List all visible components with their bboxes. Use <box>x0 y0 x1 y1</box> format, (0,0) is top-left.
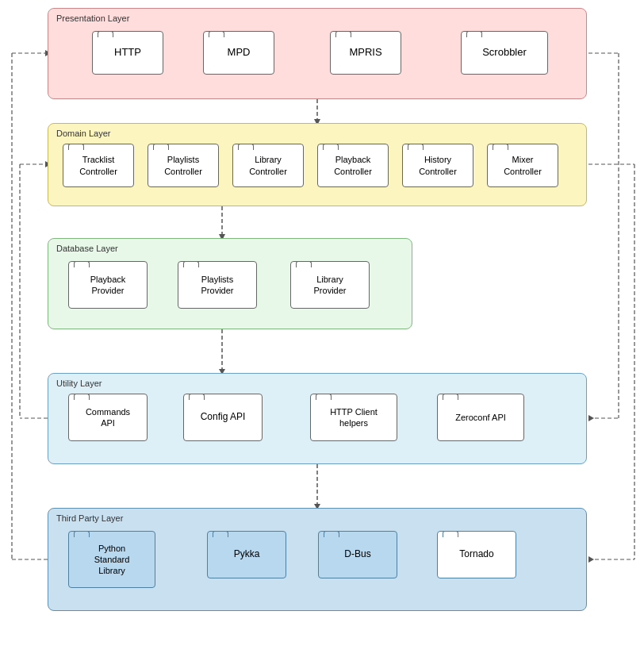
history-controller-component: HistoryController <box>402 144 473 187</box>
domain-layer-label: Domain Layer <box>56 129 110 138</box>
third-party-layer: Third Party Layer PythonStandardLibrary … <box>48 508 587 611</box>
svg-marker-15 <box>588 556 594 563</box>
dbus-component: D-Bus <box>318 531 397 578</box>
library-controller-component: LibraryController <box>232 144 304 187</box>
commands-api-component: CommandsAPI <box>68 394 148 441</box>
pykka-component: Pykka <box>207 531 286 578</box>
library-provider-component: LibraryProvider <box>290 261 370 309</box>
playback-provider-component: PlaybackProvider <box>68 261 148 309</box>
config-api-component: Config API <box>183 394 263 441</box>
http-component: HTTP <box>92 31 163 75</box>
third-party-layer-label: Third Party Layer <box>56 513 123 523</box>
database-layer: Database Layer PlaybackProvider Playlist… <box>48 238 412 329</box>
zeroconf-api-component: Zeroconf API <box>437 394 524 441</box>
mixer-controller-component: MixerController <box>487 144 558 187</box>
utility-layer-label: Utility Layer <box>56 379 102 388</box>
playback-controller-component: PlaybackController <box>317 144 389 187</box>
diagram-container: Presentation Layer HTTP MPD MPRIS Scrobb… <box>0 0 644 661</box>
python-stdlib-component: PythonStandardLibrary <box>68 531 155 588</box>
tracklist-controller-component: TracklistController <box>63 144 134 187</box>
http-client-helpers-component: HTTP Clienthelpers <box>310 394 397 441</box>
database-layer-label: Database Layer <box>56 244 118 253</box>
playlists-provider-component: PlaylistsProvider <box>178 261 257 309</box>
playlists-controller-component: PlaylistsController <box>148 144 219 187</box>
mpris-component: MPRIS <box>330 31 401 75</box>
presentation-layer: Presentation Layer HTTP MPD MPRIS Scrobb… <box>48 8 587 99</box>
svg-marker-11 <box>588 415 594 421</box>
utility-layer: Utility Layer CommandsAPI Config API HTT… <box>48 373 587 464</box>
scrobbler-component: Scrobbler <box>461 31 548 75</box>
domain-layer: Domain Layer TracklistController Playlis… <box>48 123 587 206</box>
presentation-layer-label: Presentation Layer <box>56 13 129 23</box>
tornado-component: Tornado <box>437 531 516 578</box>
mpd-component: MPD <box>203 31 274 75</box>
